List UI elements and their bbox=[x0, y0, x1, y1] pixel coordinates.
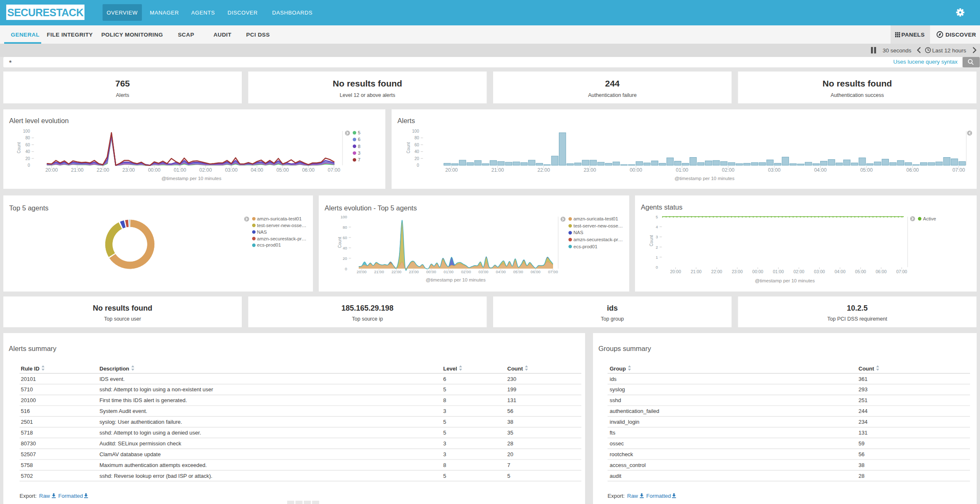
svg-text:244: 244 bbox=[858, 408, 868, 414]
svg-text:test-server-new-osse…: test-server-new-osse… bbox=[257, 223, 307, 228]
svg-text:Alerts: Alerts bbox=[116, 92, 129, 98]
svg-text:5758: 5758 bbox=[21, 462, 33, 468]
svg-text:6: 6 bbox=[443, 376, 446, 382]
svg-text:00:00: 00:00 bbox=[148, 167, 161, 173]
svg-text:23:00: 23:00 bbox=[583, 167, 596, 173]
svg-text:amzn-suricata-test01: amzn-suricata-test01 bbox=[257, 216, 302, 221]
svg-text:Count: Count bbox=[337, 237, 342, 248]
svg-text:22:00: 22:00 bbox=[711, 269, 722, 274]
svg-text:02:00: 02:00 bbox=[722, 167, 734, 173]
svg-text:test-server-new-osse…: test-server-new-osse… bbox=[573, 223, 623, 228]
svg-text:244: 244 bbox=[605, 79, 620, 88]
svg-text:516: 516 bbox=[21, 408, 30, 414]
svg-text:ids: ids bbox=[610, 376, 617, 382]
svg-text:IDS event.: IDS event. bbox=[99, 376, 125, 382]
svg-text:ClamAV database update: ClamAV database update bbox=[99, 451, 161, 457]
svg-text:3: 3 bbox=[443, 440, 446, 447]
svg-text:60: 60 bbox=[342, 235, 347, 240]
svg-text:30 seconds: 30 seconds bbox=[883, 47, 911, 54]
svg-text:sshd: Attempt to login using a: sshd: Attempt to login using a denied us… bbox=[99, 430, 201, 436]
svg-text:Uses lucene query syntax: Uses lucene query syntax bbox=[893, 59, 958, 65]
svg-text:52507: 52507 bbox=[21, 451, 36, 457]
svg-text:131: 131 bbox=[858, 430, 868, 436]
svg-text:SCAP: SCAP bbox=[178, 32, 194, 38]
svg-text:60: 60 bbox=[25, 143, 30, 147]
svg-text:No results found: No results found bbox=[333, 79, 402, 88]
svg-text:audit: audit bbox=[610, 473, 622, 479]
svg-text:8: 8 bbox=[443, 462, 446, 468]
svg-text:Groups summary: Groups summary bbox=[598, 345, 651, 352]
svg-text:authentication_failed: authentication_failed bbox=[610, 408, 659, 414]
svg-text:Authentication success: Authentication success bbox=[831, 92, 884, 98]
svg-text:ecs-prod01: ecs-prod01 bbox=[573, 244, 598, 249]
svg-text:22:00: 22:00 bbox=[538, 167, 550, 173]
svg-text:80: 80 bbox=[25, 136, 30, 140]
svg-text:80: 80 bbox=[414, 136, 419, 140]
svg-text:6: 6 bbox=[358, 137, 360, 142]
svg-text:06:00: 06:00 bbox=[531, 269, 541, 274]
svg-text:Alerts: Alerts bbox=[397, 117, 415, 124]
svg-text:40: 40 bbox=[342, 246, 347, 250]
svg-text:Export:: Export: bbox=[20, 493, 37, 499]
svg-text:20: 20 bbox=[414, 156, 419, 161]
svg-text:03:00: 03:00 bbox=[814, 269, 825, 274]
svg-text:DISCOVER: DISCOVER bbox=[228, 10, 258, 16]
svg-text:06:00: 06:00 bbox=[876, 269, 886, 274]
svg-text:Formatted: Formatted bbox=[58, 493, 83, 499]
svg-text:Top 5 agents: Top 5 agents bbox=[9, 204, 49, 212]
svg-text:sshd: Reverse lookup error (ba: sshd: Reverse lookup error (bad ISP or a… bbox=[99, 473, 212, 479]
svg-text:Last 12 hours: Last 12 hours bbox=[932, 47, 966, 54]
svg-text:22:00: 22:00 bbox=[392, 269, 402, 274]
svg-text:7: 7 bbox=[507, 462, 510, 468]
svg-text:07:00: 07:00 bbox=[953, 167, 965, 173]
svg-text:Count: Count bbox=[17, 142, 21, 153]
svg-text:Top source user: Top source user bbox=[104, 316, 141, 322]
svg-text:02:00: 02:00 bbox=[461, 269, 471, 274]
svg-text:rootcheck: rootcheck bbox=[610, 451, 633, 457]
svg-text:22:00: 22:00 bbox=[97, 167, 109, 173]
svg-text:00:00: 00:00 bbox=[752, 269, 763, 274]
svg-text:23:00: 23:00 bbox=[409, 269, 419, 274]
svg-text:2501: 2501 bbox=[21, 419, 33, 425]
svg-text:DISCOVER: DISCOVER bbox=[945, 32, 976, 38]
svg-text:amzn-securestack-pr…: amzn-securestack-pr… bbox=[257, 236, 307, 241]
svg-text:20:00: 20:00 bbox=[670, 269, 681, 274]
svg-text:3: 3 bbox=[656, 235, 658, 239]
svg-text:@timestamp per 10 minutes: @timestamp per 10 minutes bbox=[675, 176, 734, 181]
svg-text:Description: Description bbox=[99, 366, 129, 372]
svg-text:Formatted: Formatted bbox=[646, 493, 671, 499]
svg-text:Agents status: Agents status bbox=[641, 203, 682, 211]
svg-text:05:00: 05:00 bbox=[276, 167, 289, 173]
svg-text:01:00: 01:00 bbox=[676, 167, 688, 173]
svg-text:0: 0 bbox=[27, 163, 30, 168]
svg-text:PCI DSS: PCI DSS bbox=[246, 32, 270, 38]
svg-text:03:00: 03:00 bbox=[479, 269, 489, 274]
svg-text:04:00: 04:00 bbox=[814, 167, 826, 173]
svg-text:5: 5 bbox=[507, 473, 510, 479]
svg-text:fts: fts bbox=[610, 430, 615, 436]
svg-text:20:00: 20:00 bbox=[45, 167, 58, 173]
svg-text:Group: Group bbox=[610, 366, 626, 372]
svg-text:Raw: Raw bbox=[39, 493, 50, 499]
svg-text:Authentication failure: Authentication failure bbox=[588, 92, 637, 98]
svg-text:Level 12 or above alerts: Level 12 or above alerts bbox=[340, 92, 395, 98]
svg-text:3: 3 bbox=[443, 451, 446, 457]
svg-text:20100: 20100 bbox=[21, 397, 36, 403]
svg-text:Raw: Raw bbox=[627, 493, 638, 499]
svg-text:First time this IDS alert is g: First time this IDS alert is generated. bbox=[99, 397, 187, 403]
svg-text:20: 20 bbox=[25, 156, 30, 161]
svg-text:@timestamp per 10 minutes: @timestamp per 10 minutes bbox=[161, 176, 221, 181]
svg-text:ids: ids bbox=[607, 304, 618, 312]
svg-text:Top source ip: Top source ip bbox=[352, 316, 383, 322]
svg-text:NAS: NAS bbox=[573, 230, 583, 235]
svg-text:Count: Count bbox=[858, 366, 874, 372]
svg-text:Auditd: SELinux permission che: Auditd: SELinux permission check bbox=[99, 440, 181, 447]
svg-text:21:00: 21:00 bbox=[691, 269, 702, 274]
svg-text:01:00: 01:00 bbox=[174, 167, 186, 173]
svg-text:131: 131 bbox=[507, 397, 516, 403]
svg-text:No results found: No results found bbox=[93, 304, 152, 312]
svg-text:0: 0 bbox=[345, 267, 347, 271]
svg-text:1: 1 bbox=[656, 255, 658, 259]
svg-text:35: 35 bbox=[507, 430, 513, 436]
svg-text:80730: 80730 bbox=[21, 440, 36, 447]
